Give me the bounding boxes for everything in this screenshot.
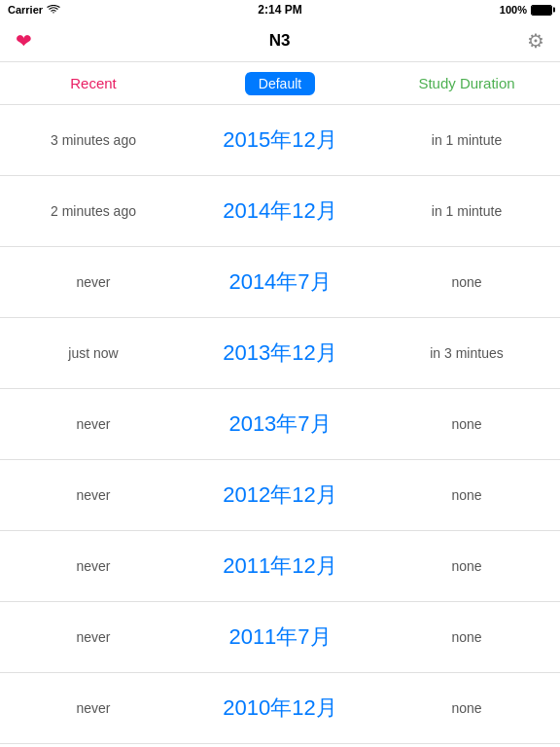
wifi-icon [47,5,60,15]
battery-fill [532,6,551,15]
cell-duration: none [373,487,560,503]
cell-default[interactable]: 2013年12月 [187,338,373,368]
cell-duration: in 1 mintute [373,132,560,148]
cell-duration: none [373,274,560,290]
cell-default[interactable]: 2011年7月 [187,622,373,652]
table-row[interactable]: never 2010年12月 none [0,673,560,744]
nav-bar: ❤ N3 ⚙ [0,19,560,62]
default-button[interactable]: Default [245,72,315,95]
table-row[interactable]: never 2013年7月 none [0,389,560,460]
cell-default[interactable]: 2010年12月 [187,694,373,723]
table-row[interactable]: just now 2013年12月 in 3 mintues [0,318,560,389]
cell-recent: 3 minutes ago [0,132,187,148]
cell-duration: in 1 mintute [373,203,560,219]
table-row[interactable]: 3 minutes ago 2015年12月 in 1 mintute [0,105,560,176]
cell-recent: never [0,416,187,432]
cell-recent: 2 minutes ago [0,203,187,219]
column-headers: Recent Default Study Duration [0,62,560,105]
table-body: 3 minutes ago 2015年12月 in 1 mintute 2 mi… [0,105,560,744]
cell-duration: none [373,416,560,432]
table-row[interactable]: never 2014年7月 none [0,247,560,318]
table-row[interactable]: never 2011年7月 none [0,602,560,673]
cell-recent: never [0,274,187,290]
table-row[interactable]: never 2011年12月 none [0,531,560,602]
col-duration-header: Study Duration [373,75,560,91]
nav-title: N3 [269,31,291,51]
cell-recent: never [0,629,187,645]
cell-default[interactable]: 2011年12月 [187,551,373,581]
cell-duration: none [373,558,560,574]
carrier-label: Carrier [8,4,43,16]
status-left: Carrier [8,4,60,16]
battery-icon [531,5,552,16]
cell-default[interactable]: 2013年7月 [187,409,373,439]
col-recent-header: Recent [0,75,187,91]
table-row[interactable]: never 2012年12月 none [0,460,560,531]
heart-icon[interactable]: ❤ [16,29,32,53]
battery-percent: 100% [500,4,527,16]
cell-default[interactable]: 2012年12月 [187,480,373,510]
status-right: 100% [500,4,552,16]
col-default-header-wrap[interactable]: Default [187,72,373,95]
cell-recent: never [0,487,187,503]
cell-default[interactable]: 2015年12月 [187,125,373,155]
gear-icon[interactable]: ⚙ [527,29,544,53]
status-bar: Carrier 2:14 PM 100% [0,0,560,19]
cell-recent: never [0,700,187,716]
table-row[interactable]: 2 minutes ago 2014年12月 in 1 mintute [0,176,560,247]
cell-default[interactable]: 2014年7月 [187,267,373,297]
cell-duration: none [373,700,560,716]
cell-duration: none [373,629,560,645]
cell-recent: just now [0,345,187,361]
cell-recent: never [0,558,187,574]
cell-duration: in 3 mintues [373,345,560,361]
cell-default[interactable]: 2014年12月 [187,196,373,226]
status-time: 2:14 PM [258,3,301,17]
